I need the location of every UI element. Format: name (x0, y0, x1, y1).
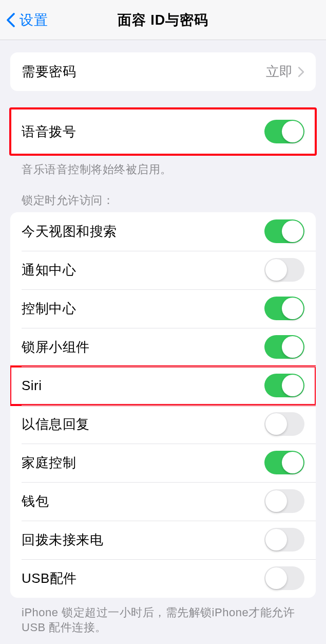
lock-item-row: USB配件 (10, 559, 316, 598)
lock-access-group: 今天视图和搜索通知中心控制中心锁屏小组件Siri以信息回复家庭控制钱包回拨未接来… (10, 212, 316, 598)
lock-item-toggle[interactable] (264, 335, 304, 359)
lock-item-label: 回拨未接来电 (22, 531, 103, 549)
lock-item-toggle[interactable] (264, 412, 304, 436)
require-passcode-label: 需要密码 (22, 63, 76, 81)
lock-item-label: 家庭控制 (22, 454, 76, 472)
lock-item-label: 以信息回复 (22, 415, 90, 433)
lock-item-toggle[interactable] (264, 528, 304, 551)
lock-item-toggle[interactable] (264, 297, 304, 320)
lock-item-row: 通知中心 (10, 251, 316, 289)
lock-item-toggle[interactable] (264, 374, 304, 397)
voice-dial-group: 语音拨号 (10, 108, 316, 155)
toggle-knob (282, 298, 303, 319)
voice-dial-label: 语音拨号 (22, 123, 76, 141)
lock-item-toggle[interactable] (264, 489, 304, 513)
toggle-knob (265, 259, 287, 281)
lock-item-label: 通知中心 (22, 261, 76, 279)
lock-section-footer: iPhone 锁定超过一小时后，需先解锁iPhone才能允许USB 配件连接。 (10, 598, 316, 635)
toggle-knob (265, 567, 287, 589)
lock-item-row: 锁屏小组件 (10, 328, 316, 366)
page-title: 面容 ID与密码 (118, 11, 209, 29)
lock-item-toggle[interactable] (264, 451, 304, 474)
lock-item-toggle[interactable] (264, 566, 304, 590)
lock-item-label: 今天视图和搜索 (22, 223, 117, 241)
toggle-knob (282, 121, 303, 142)
lock-item-row: Siri (10, 366, 316, 405)
lock-item-row: 家庭控制 (10, 444, 316, 482)
lock-item-row: 以信息回复 (10, 405, 316, 444)
lock-item-row: 今天视图和搜索 (10, 212, 316, 251)
toggle-knob (265, 490, 287, 512)
lock-item-row: 回拨未接来电 (10, 521, 316, 559)
lock-item-label: 钱包 (22, 492, 49, 510)
lock-item-label: 锁屏小组件 (22, 338, 90, 356)
lock-section-header: 锁定时允许访问： (10, 187, 316, 212)
navigation-bar: 设置 面容 ID与密码 (0, 0, 326, 40)
lock-item-row: 钱包 (10, 482, 316, 521)
require-passcode-group: 需要密码 立即 (10, 52, 316, 91)
chevron-left-icon (6, 12, 15, 28)
lock-item-label: 控制中心 (22, 300, 76, 318)
toggle-knob (282, 220, 303, 242)
lock-item-label: USB配件 (22, 569, 77, 587)
toggle-knob (282, 375, 303, 396)
toggle-knob (265, 413, 287, 435)
toggle-knob (265, 529, 287, 550)
voice-dial-row: 语音拨号 (10, 108, 316, 155)
toggle-knob (282, 452, 303, 473)
require-passcode-row[interactable]: 需要密码 立即 (10, 52, 316, 91)
lock-item-label: Siri (22, 378, 42, 394)
toggle-knob (282, 336, 303, 358)
lock-item-row: 控制中心 (10, 289, 316, 328)
chevron-right-icon (298, 66, 304, 78)
lock-item-toggle[interactable] (264, 219, 304, 243)
require-passcode-value: 立即 (266, 63, 293, 81)
voice-dial-footer: 音乐语音控制将始终被启用。 (10, 155, 316, 177)
lock-item-toggle[interactable] (264, 258, 304, 282)
voice-dial-toggle[interactable] (264, 120, 304, 143)
back-label: 设置 (20, 11, 48, 29)
require-passcode-value-wrap: 立即 (266, 63, 304, 81)
back-button[interactable]: 设置 (0, 11, 48, 29)
